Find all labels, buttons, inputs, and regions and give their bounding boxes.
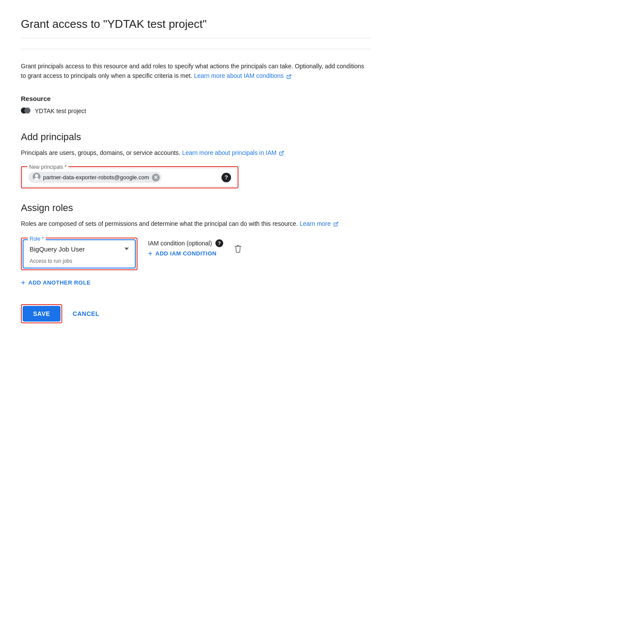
add-principals-description: Principals are users, groups, domains, o…: [21, 148, 371, 158]
new-principals-field[interactable]: New principals * partner-data-exporter-r…: [23, 168, 237, 187]
action-buttons: SAVE CANCEL: [21, 304, 371, 323]
svg-line-0: [288, 74, 291, 77]
svg-line-3: [281, 151, 284, 154]
project-icon: [21, 107, 30, 116]
role-field-wrapper: Role * BigQuery Job User Access to run j…: [21, 238, 138, 270]
learn-iam-conditions-link[interactable]: Learn more about IAM conditions: [194, 72, 292, 79]
assign-roles-section: Assign roles Roles are composed of sets …: [21, 202, 371, 288]
external-link-icon: [286, 74, 292, 79]
add-iam-condition-label: ADD IAM CONDITION: [155, 250, 217, 257]
role-select-dropdown[interactable]: BigQuery Job User: [23, 240, 135, 258]
add-iam-condition-button[interactable]: + ADD IAM CONDITION: [148, 250, 223, 258]
add-another-role-button[interactable]: + ADD ANOTHER ROLE: [21, 277, 91, 288]
iam-condition-help-icon[interactable]: ?: [215, 239, 223, 247]
new-principals-field-wrapper: New principals * partner-data-exporter-r…: [21, 166, 238, 188]
assign-roles-description: Roles are composed of sets of permission…: [21, 219, 371, 228]
iam-condition-area: IAM condition (optional) ? + ADD IAM CON…: [148, 238, 223, 258]
resource-item: YDTAK test project: [21, 107, 371, 116]
learn-more-roles-link[interactable]: Learn more: [299, 220, 338, 227]
principals-help-icon[interactable]: ?: [221, 173, 231, 182]
role-field-label: Role *: [28, 236, 46, 242]
assign-roles-title: Assign roles: [21, 202, 371, 214]
principals-chips-area: partner-data-exporter-robots@google.com …: [28, 172, 221, 183]
iam-condition-label: IAM condition (optional): [148, 240, 212, 247]
new-principals-label: New principals *: [27, 164, 68, 170]
save-button[interactable]: SAVE: [23, 306, 60, 322]
role-row: Role * BigQuery Job User Access to run j…: [21, 238, 371, 270]
resource-label: Resource: [21, 95, 371, 102]
page-title: Grant access to "YDTAK test project": [21, 17, 371, 38]
resource-section: Resource YDTAK test project: [21, 95, 371, 116]
chip-email: partner-data-exporter-robots@google.com: [43, 174, 149, 181]
svg-point-2: [24, 107, 30, 114]
save-button-wrapper: SAVE: [21, 304, 62, 323]
page-description: Grant principals access to this resource…: [21, 61, 371, 81]
project-name: YDTAK test project: [35, 107, 86, 114]
add-principals-title: Add principals: [21, 131, 371, 143]
header-divider: [21, 49, 371, 49]
role-selected-value: BigQuery Job User: [30, 245, 85, 253]
external-link-icon-3: [333, 221, 339, 227]
cancel-button[interactable]: CANCEL: [66, 306, 106, 322]
dropdown-arrow-icon: [124, 248, 129, 250]
iam-condition-header: IAM condition (optional) ?: [148, 239, 223, 247]
delete-role-icon[interactable]: [234, 242, 242, 253]
role-field[interactable]: Role * BigQuery Job User Access to run j…: [23, 239, 136, 268]
add-iam-plus-icon: +: [148, 250, 153, 258]
chip-close-button[interactable]: ✕: [152, 174, 160, 181]
external-link-icon-2: [279, 151, 284, 156]
svg-line-7: [335, 222, 338, 225]
add-another-role-label: ADD ANOTHER ROLE: [28, 279, 91, 286]
add-another-role-plus-icon: +: [21, 279, 26, 287]
svg-point-5: [35, 174, 38, 178]
learn-principals-link[interactable]: Learn more about principals in IAM: [182, 149, 284, 156]
principal-chip: partner-data-exporter-robots@google.com …: [28, 172, 161, 183]
role-hint: Access to run jobs: [23, 258, 135, 268]
chip-avatar: [33, 173, 40, 182]
add-principals-section: Add principals Principals are users, gro…: [21, 131, 371, 188]
